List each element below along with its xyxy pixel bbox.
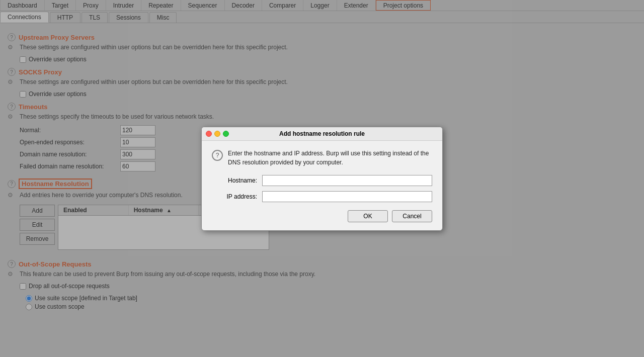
- modal-desc-row: ? Enter the hostname and IP address. Bur…: [212, 149, 432, 167]
- hostname-field-row: Hostname:: [212, 175, 432, 186]
- modal-overlay: Add hostname resolution rule ? Enter the…: [0, 0, 644, 357]
- modal-cancel-button[interactable]: Cancel: [392, 210, 432, 222]
- modal-close-button[interactable]: [206, 131, 212, 137]
- modal-description: Enter the hostname and IP address. Burp …: [228, 149, 432, 167]
- modal-titlebar: Add hostname resolution rule: [202, 127, 442, 141]
- modal-window-controls: [206, 131, 229, 137]
- ip-address-field-input[interactable]: [262, 191, 432, 202]
- hostname-field-input[interactable]: [262, 175, 432, 186]
- modal-question-icon: ?: [212, 150, 223, 161]
- modal-ok-button[interactable]: OK: [348, 210, 388, 222]
- modal-maximize-button[interactable]: [223, 131, 229, 137]
- add-hostname-modal: Add hostname resolution rule ? Enter the…: [201, 127, 443, 231]
- modal-minimize-button[interactable]: [214, 131, 220, 137]
- modal-title: Add hostname resolution rule: [207, 130, 437, 137]
- ip-address-field-label: IP address:: [212, 193, 257, 200]
- modal-buttons-row: OK Cancel: [212, 210, 432, 222]
- ip-address-field-row: IP address:: [212, 191, 432, 202]
- modal-body: ? Enter the hostname and IP address. Bur…: [202, 141, 442, 230]
- hostname-field-label: Hostname:: [212, 177, 257, 184]
